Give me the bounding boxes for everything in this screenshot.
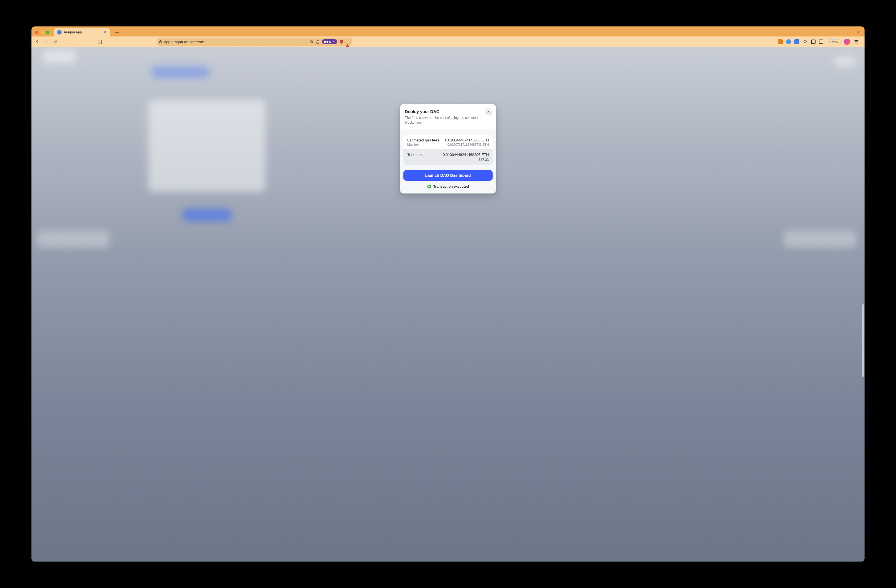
browser-tab[interactable]: Aragon App ✕	[54, 28, 110, 37]
pip-icon[interactable]	[819, 40, 823, 44]
tab-list-chevron-icon[interactable]	[855, 29, 862, 36]
modal-header: Deploy your DAO The fees below are the c…	[400, 104, 496, 130]
reload-button[interactable]	[52, 39, 58, 45]
max-fee-amount: 0.016071171863492736	[448, 143, 482, 146]
scrollbar[interactable]	[862, 304, 864, 377]
maximize-window-icon[interactable]	[46, 30, 49, 34]
minimize-window-icon[interactable]	[40, 30, 44, 34]
profile-avatar[interactable]	[844, 39, 850, 45]
main-menu-icon[interactable]	[853, 39, 859, 44]
shield-icon[interactable]	[340, 40, 343, 44]
forward-button[interactable]	[43, 39, 49, 45]
extensions-menu-icon[interactable]	[803, 39, 808, 44]
extensions-row: VPN	[778, 39, 860, 45]
fees-card: Estimated gas fees 0.01004448241468… ETH…	[403, 135, 492, 165]
tab-bar: Aragon App ✕	[32, 26, 865, 37]
extension-walletconnect-icon[interactable]	[786, 39, 791, 44]
launch-dashboard-button[interactable]: Launch DAO Dashboard	[403, 170, 492, 181]
svg-rect-0	[159, 41, 162, 43]
tab-close-icon[interactable]: ✕	[103, 30, 107, 35]
modal-body: Estimated gas fees 0.01004448241468… ETH…	[400, 130, 496, 193]
new-tab-button[interactable]	[113, 29, 120, 36]
status-text: Transaction executed	[433, 184, 469, 189]
gas-value: 0.01004448241468… ETH	[445, 138, 489, 142]
gas-amount: 0.01004448241468…	[445, 138, 480, 142]
zoom-icon[interactable]	[310, 40, 314, 44]
transaction-status: Transaction executed	[403, 184, 492, 189]
extension-metamask-icon[interactable]	[778, 39, 783, 44]
total-usd: $17.33	[407, 158, 489, 162]
gas-currency: ETH	[482, 138, 489, 142]
modal-close-button[interactable]: ✕	[485, 108, 492, 115]
page-viewport: Deploy your DAO The fees below are the c…	[32, 47, 865, 562]
tab-title: Aragon App	[64, 30, 101, 34]
total-value: 0.01004448241468296 ETH	[443, 152, 489, 157]
vpn-label: VPN	[832, 40, 838, 43]
modal-title: Deploy your DAO	[405, 109, 491, 114]
lock-icon	[159, 40, 162, 43]
gas-fees-row: Estimated gas fees 0.01004448241468… ETH…	[403, 135, 492, 149]
back-button[interactable]	[34, 39, 40, 45]
modal-subtitle: The fees below are the cost of using the…	[405, 116, 482, 125]
total-label: Total cost	[407, 152, 424, 157]
close-icon: ✕	[487, 110, 490, 114]
total-amount: 0.01004448241468296	[443, 152, 480, 157]
ipfs-badge-label: IPFS	[324, 40, 331, 43]
total-currency: ETH	[482, 152, 489, 157]
tab-favicon-icon	[57, 30, 61, 35]
url-text: app.aragon.org/#/create	[164, 40, 308, 44]
vpn-badge[interactable]: VPN	[827, 39, 841, 44]
window-controls	[35, 30, 49, 34]
sidebar-toggle-icon[interactable]	[811, 40, 815, 44]
close-window-icon[interactable]	[35, 30, 38, 34]
extension-blue-icon[interactable]	[794, 39, 799, 44]
share-icon[interactable]	[316, 40, 320, 44]
brave-icon[interactable]	[346, 40, 349, 44]
ipfs-badge[interactable]: IPFS	[322, 39, 337, 44]
max-fee-currency: ETH	[483, 143, 489, 146]
browser-toolbar: app.aragon.org/#/create IPFS	[32, 37, 865, 47]
max-fee-label: Max fee	[407, 143, 419, 146]
total-cost-row: Total cost 0.01004448241468296 ETH $17.3…	[403, 149, 492, 165]
deploy-dao-modal: Deploy your DAO The fees below are the c…	[400, 104, 496, 193]
bookmark-icon[interactable]	[97, 39, 103, 45]
success-check-icon	[427, 184, 431, 189]
gas-label: Estimated gas fees	[407, 138, 439, 142]
browser-window: Aragon App ✕ app.aragon.org/#/create	[32, 26, 865, 562]
max-fee-value: 0.016071171863492736 ETH	[448, 143, 489, 146]
url-bar[interactable]: app.aragon.org/#/create IPFS	[157, 38, 352, 46]
